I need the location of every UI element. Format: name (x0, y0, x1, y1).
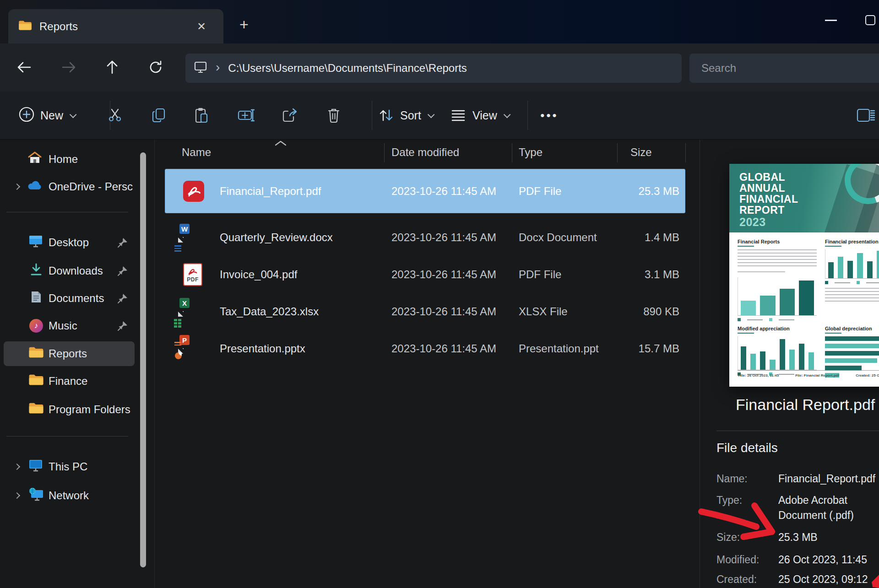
this-pc-icon (28, 459, 43, 475)
file-modified: 2023-10-26 11:45 AM (391, 260, 496, 289)
sidebar-item-reports[interactable]: Reports (4, 341, 135, 366)
detail-modified-label: Modified: (716, 554, 759, 566)
share-icon (282, 108, 298, 123)
mini-bar-chart (738, 277, 817, 316)
copy-button[interactable] (146, 100, 172, 131)
rename-button[interactable] (233, 100, 259, 131)
search-box[interactable]: Search (689, 54, 879, 83)
share-button[interactable] (277, 100, 303, 131)
column-divider[interactable] (512, 143, 512, 162)
sidebar-item-network[interactable]: Network (4, 483, 135, 508)
sidebar-item-program-folders[interactable]: Program Folders (4, 397, 135, 422)
chevron-right-icon[interactable] (14, 492, 20, 499)
maximize-button[interactable] (855, 8, 879, 32)
column-header-modified[interactable]: Date modified (391, 146, 459, 159)
pin-icon (117, 320, 128, 334)
folder-icon (28, 373, 44, 389)
tab-close-icon[interactable]: ✕ (192, 17, 211, 36)
file-size: 25.3 MB (591, 169, 679, 213)
sidebar-item-this-pc[interactable]: This PC (4, 454, 135, 479)
preview-file-title: Financial Report.pdf (736, 396, 875, 414)
paste-icon (194, 107, 209, 124)
view-button[interactable]: View (447, 100, 512, 131)
detail-modified-value: 26 Oct 2023, 11:45 (778, 554, 867, 566)
file-row[interactable]: PDF Invoice_004.pdf 2023-10-26 11:45 AM … (154, 260, 700, 289)
file-row-selected[interactable]: Financial_Report.pdf 2023-10-26 11:45 AM… (154, 169, 700, 213)
minimize-button[interactable] (816, 8, 846, 32)
file-row[interactable]: W Quarterly_Review.docx 2023-10-26 11:45… (154, 223, 700, 252)
up-button[interactable] (99, 54, 125, 80)
pdf-preview-thumbnail[interactable]: GLOBAL ANNUAL FINANCIAL REPORT 2023 Fina… (729, 164, 879, 387)
chevron-right-icon[interactable] (14, 183, 20, 190)
pin-icon (117, 237, 128, 251)
column-header-name[interactable]: Name (182, 146, 211, 159)
chevron-down-icon (504, 111, 511, 118)
view-list-icon (450, 108, 466, 122)
file-details-heading: File details (716, 441, 778, 455)
sidebar-item-home[interactable]: Home (4, 147, 135, 172)
folder-icon (18, 20, 32, 33)
back-button[interactable] (11, 54, 37, 80)
plus-circle-icon (18, 106, 35, 124)
sidebar-item-documents[interactable]: Documents (4, 286, 135, 311)
red-annotation-fragment (872, 575, 879, 588)
address-bar[interactable]: › C:\Users\Username\Documents\Finance\Re… (185, 54, 682, 83)
file-row[interactable]: P Presentation.pptx 2023-10-26 11:45 AM … (154, 334, 700, 363)
sidebar-item-desktop[interactable]: Desktop (4, 230, 135, 255)
sidebar-item-downloads[interactable]: Downloads (4, 259, 135, 283)
sidebar-item-label: Music (49, 319, 77, 332)
detail-name-label: Name: (716, 473, 748, 485)
address-path[interactable]: C:\Users\Username\Documents\Finance\Repo… (228, 62, 467, 75)
file-row[interactable]: X Tax_Data_2023.xlsx 2023-10-26 11:45 AM… (154, 297, 700, 326)
sidebar-item-finance[interactable]: Finance (4, 369, 135, 394)
preview-divider (700, 140, 700, 588)
file-modified: 2023-10-26 11:45 AM (391, 169, 496, 213)
network-icon (28, 487, 44, 504)
sidebar-item-label: Reports (49, 347, 87, 360)
sidebar-item-label: Network (49, 489, 89, 502)
ellipsis-icon: ••• (540, 108, 558, 123)
file-name: Tax_Data_2023.xlsx (220, 297, 319, 326)
file-modified: 2023-10-26 11:45 AM (391, 297, 496, 326)
pin-icon (117, 293, 128, 307)
more-options-button[interactable]: ••• (535, 100, 564, 131)
cut-button[interactable] (102, 100, 128, 131)
sidebar-item-music[interactable]: ♪ Music (4, 313, 135, 338)
new-tab-button[interactable]: + (231, 13, 257, 36)
file-type: PDF File (519, 260, 561, 289)
paste-button[interactable] (189, 100, 214, 131)
sort-button[interactable]: Sort (374, 100, 436, 131)
sidebar-scrollbar[interactable] (140, 152, 146, 567)
file-type: Docx Document (519, 223, 597, 252)
sidebar-item-label: This PC (49, 460, 87, 473)
column-header-size[interactable]: Size (630, 146, 652, 159)
pdf-banner: GLOBAL ANNUAL FINANCIAL REPORT 2023 (729, 164, 879, 232)
pin-icon (117, 265, 128, 279)
pdf-footer: Title: 26 Oct 2023, 11:45 File: Financia… (738, 370, 879, 378)
file-name: Invoice_004.pdf (220, 260, 297, 289)
tab-reports[interactable]: Reports ✕ (8, 9, 223, 43)
forward-button[interactable] (56, 54, 81, 80)
chevron-right-icon[interactable] (14, 464, 20, 470)
detail-size-value: 25.3 MB (778, 531, 818, 544)
column-divider[interactable] (384, 143, 385, 162)
chevron-down-icon (428, 111, 435, 118)
sidebar-item-onedrive[interactable]: OneDrive - Persc (4, 174, 135, 199)
column-divider[interactable] (617, 143, 618, 162)
preview-pane-toggle[interactable] (852, 100, 879, 131)
delete-button[interactable] (321, 100, 347, 131)
file-modified: 2023-10-26 11:45 AM (391, 223, 496, 252)
sort-label: Sort (400, 109, 421, 122)
column-divider[interactable] (685, 143, 686, 162)
details-separator (716, 431, 879, 431)
file-type: PDF File (519, 169, 561, 213)
file-size: 1.4 MB (591, 223, 679, 252)
file-modified: 2023-10-26 11:45 AM (391, 334, 496, 363)
new-button[interactable]: New (14, 100, 79, 131)
detail-type-label: Type: (716, 494, 742, 507)
refresh-button[interactable] (143, 54, 168, 80)
search-placeholder: Search (701, 62, 736, 75)
scissors-icon (107, 108, 123, 123)
mini-bar-chart (825, 249, 879, 279)
column-header-type[interactable]: Type (519, 146, 543, 159)
